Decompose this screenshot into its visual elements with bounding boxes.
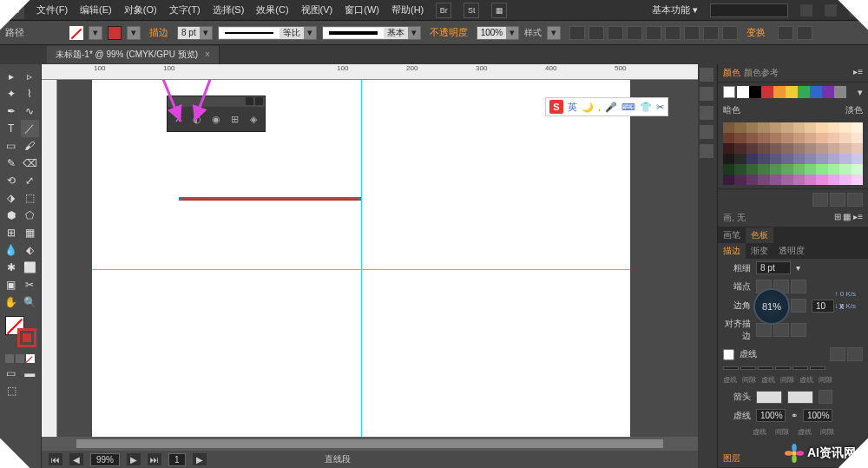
align-icon-4[interactable]	[627, 26, 642, 40]
prev-artboard-button[interactable]: ◀	[69, 453, 83, 465]
dock-stroke-icon[interactable]	[700, 144, 713, 158]
profile-dropdown[interactable]: 等比▾	[218, 26, 317, 40]
dash-2-input[interactable]	[758, 366, 773, 370]
palette-swatch[interactable]	[734, 133, 746, 143]
zoom-input[interactable]: 99%	[90, 453, 120, 466]
menu-edit[interactable]: 编辑(E)	[80, 3, 112, 16]
arrow-scale-start[interactable]: 100%	[756, 409, 786, 422]
palette-swatch[interactable]	[734, 164, 746, 175]
pattern-brush-icon[interactable]: ◈	[247, 112, 260, 126]
scrollbar-horizontal[interactable]	[42, 437, 698, 451]
transparency-panel-tab[interactable]: 透明度	[773, 243, 810, 259]
palette-swatch[interactable]	[805, 164, 816, 175]
screen-mode-full[interactable]: ▬	[21, 365, 40, 382]
palette-swatch[interactable]	[758, 175, 769, 185]
palette-swatch[interactable]	[852, 122, 863, 133]
color-swatch[interactable]	[786, 86, 798, 98]
color-swatch[interactable]	[737, 86, 749, 98]
search-input[interactable]	[710, 3, 788, 17]
palette-swatch[interactable]	[781, 154, 792, 164]
color-swatch[interactable]	[834, 86, 846, 98]
palette-swatch[interactable]	[828, 154, 839, 164]
palette-swatch[interactable]	[770, 122, 781, 133]
menu-help[interactable]: 帮助(H)	[391, 3, 424, 16]
mesh-tool[interactable]: ⊞	[2, 224, 21, 241]
palette-swatch[interactable]	[746, 143, 758, 154]
ime-moon-icon[interactable]: 🌙	[582, 102, 594, 113]
palette-swatch[interactable]	[852, 133, 863, 143]
palette-swatch[interactable]	[723, 154, 734, 164]
align-icon-5[interactable]	[646, 26, 661, 40]
swatches-tab[interactable]: 色板	[746, 227, 773, 243]
maximize-button[interactable]	[825, 4, 837, 16]
stroke-weight-input[interactable]: 8 pt▾	[177, 26, 213, 40]
line-segment[interactable]	[179, 197, 361, 201]
rectangle-tool[interactable]: ▭	[2, 137, 21, 155]
palette-swatch[interactable]	[852, 143, 863, 154]
slice-tool[interactable]: ✂	[21, 276, 40, 293]
next-artboard-button[interactable]: ▶	[127, 453, 141, 465]
brush-dropdown[interactable]: 基本▾	[322, 26, 421, 40]
color-swatch[interactable]	[749, 86, 761, 98]
palette-swatch[interactable]	[793, 143, 805, 154]
ime-mic-icon[interactable]: 🎤	[605, 102, 617, 113]
ime-punct-icon[interactable]: ,	[598, 102, 601, 112]
cap-square-button[interactable]	[791, 280, 806, 293]
type-tool[interactable]: T	[2, 120, 21, 137]
curvature-tool[interactable]: ∿	[21, 102, 40, 120]
palette-swatch[interactable]	[770, 133, 781, 143]
align-icon-8[interactable]	[703, 26, 719, 40]
color-swatch[interactable]	[761, 86, 773, 98]
art-brush-icon[interactable]: ◉	[210, 112, 222, 126]
palette-swatch[interactable]	[734, 122, 746, 133]
width-tool[interactable]: ⬗	[2, 189, 21, 207]
menu-effect[interactable]: 效果(C)	[256, 3, 288, 16]
first-artboard-button[interactable]: ⏮	[49, 453, 62, 465]
layout-icon[interactable]: ▦	[491, 3, 507, 18]
menu-type[interactable]: 文字(T)	[169, 3, 201, 16]
gap-2-input[interactable]	[775, 366, 791, 370]
selection-tool[interactable]: ▸	[2, 68, 21, 85]
color-mode-icon[interactable]	[5, 354, 14, 363]
brushes-tab[interactable]: 画笔	[718, 227, 746, 243]
arrow-swap-button[interactable]	[819, 390, 832, 404]
eyedropper-tool[interactable]: 💧	[2, 241, 21, 259]
ime-tool-icon[interactable]: ✂	[656, 102, 664, 113]
stroke-dropdown[interactable]: ▾	[127, 26, 141, 40]
align-icon-1[interactable]	[569, 26, 585, 40]
palette-swatch[interactable]	[793, 133, 805, 143]
align-icon-9[interactable]	[722, 26, 738, 40]
dock-color-icon[interactable]	[700, 68, 713, 82]
dock-brush-icon[interactable]	[700, 106, 713, 120]
dash-1-input[interactable]	[723, 366, 739, 370]
arrow-end-dropdown[interactable]: —	[787, 391, 813, 404]
palette-swatch[interactable]	[839, 143, 851, 154]
artboard-nav-button[interactable]: ▶	[193, 453, 207, 465]
palette-swatch[interactable]	[781, 122, 792, 133]
fill-dropdown[interactable]: ▾	[89, 26, 102, 40]
dock-swatch-icon[interactable]	[700, 87, 713, 101]
palette-swatch[interactable]	[746, 164, 758, 175]
symbol-tool[interactable]: ✱	[2, 259, 21, 276]
palette-swatch[interactable]	[816, 143, 827, 154]
palette-swatch[interactable]	[793, 122, 805, 133]
stroke-panel-tab[interactable]: 描边	[718, 243, 746, 259]
artboard-tool[interactable]: ▣	[2, 276, 21, 293]
brush-panel[interactable]: ✕ ◐ ◉ ⊞ ◈	[167, 96, 266, 132]
palette-swatch[interactable]	[723, 164, 734, 175]
palette-swatch[interactable]	[839, 164, 851, 175]
palette-swatch[interactable]	[781, 143, 792, 154]
palette-swatch[interactable]	[805, 143, 816, 154]
dash-3-input[interactable]	[792, 366, 808, 370]
free-transform-tool[interactable]: ⬚	[21, 189, 40, 207]
stroke-swatch[interactable]	[108, 26, 122, 40]
palette-swatch[interactable]	[781, 133, 792, 143]
ime-skin-icon[interactable]: 👕	[640, 102, 652, 113]
color-guide-tab[interactable]: 颜色参考	[744, 67, 779, 79]
palette-swatch[interactable]	[852, 175, 863, 185]
align-center-button[interactable]	[756, 323, 772, 337]
arrow-scale-end[interactable]: 100%	[803, 409, 832, 422]
palette-swatch[interactable]	[734, 154, 746, 164]
weight-stepper-icon[interactable]: ▾	[796, 263, 800, 273]
edit-mode-icon[interactable]: ⬚	[2, 382, 21, 399]
